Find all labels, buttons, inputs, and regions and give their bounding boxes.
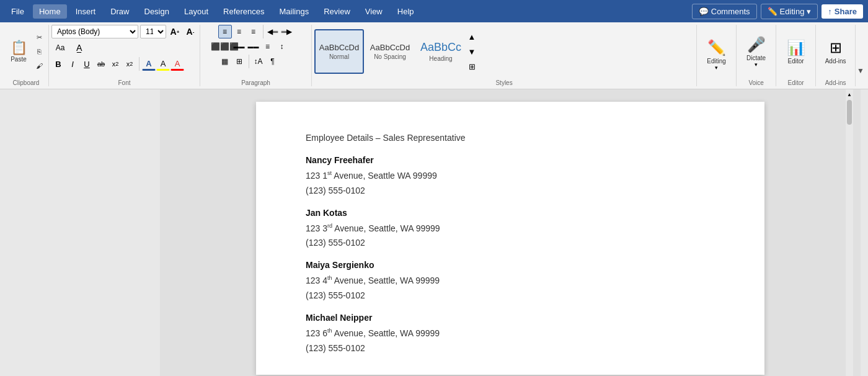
clear-formatting-button[interactable]: A̲ bbox=[71, 41, 88, 55]
scrollbar-thumb[interactable] bbox=[847, 100, 852, 125]
align-right-button[interactable]: ▬▬ bbox=[247, 40, 260, 53]
menu-home[interactable]: Home bbox=[33, 4, 67, 19]
bullets-button[interactable]: ≡ bbox=[218, 25, 232, 38]
addins-group-label: Add-ins bbox=[818, 78, 852, 86]
microphone-icon: 🎤 bbox=[747, 36, 766, 53]
copy-icon: ⎘ bbox=[37, 48, 42, 55]
menu-design[interactable]: Design bbox=[138, 4, 175, 19]
editing-button[interactable]: ✏️ Editing ▾ bbox=[761, 4, 818, 19]
menu-insert[interactable]: Insert bbox=[69, 4, 102, 19]
styles-list: AaBbCcDd Normal AaBbCcDd No Spacing AaBb… bbox=[314, 25, 466, 78]
strikethrough-button[interactable]: ab bbox=[94, 57, 108, 71]
addins-button[interactable]: ⊞ Add-ins bbox=[818, 37, 852, 67]
paste-icon: 📋 bbox=[11, 41, 27, 55]
ribbon: 📋 Paste ✂ ⎘ 🖌 Clipboard bbox=[0, 22, 868, 89]
document-page[interactable]: Employee Details – Sales Representative … bbox=[256, 102, 764, 375]
share-button[interactable]: ↑ Share bbox=[822, 4, 863, 19]
font-shrink-button[interactable]: A- bbox=[184, 25, 197, 38]
justify-button[interactable]: ≡ bbox=[261, 40, 275, 53]
ribbon-expand[interactable]: ▼ bbox=[856, 25, 864, 86]
editor-group: 📊 Editor Editor bbox=[776, 25, 816, 86]
paste-button[interactable]: 📋 Paste bbox=[6, 30, 31, 73]
chevron-down-icon: ▾ bbox=[715, 65, 718, 71]
styles-group: AaBbCcDd Normal AaBbCcDd No Spacing AaBb… bbox=[312, 25, 697, 86]
borders-button[interactable]: ⊞ bbox=[232, 55, 246, 68]
editing-tool-button[interactable]: ✏️ Editing ▾ bbox=[699, 37, 733, 73]
menu-references[interactable]: References bbox=[217, 4, 270, 19]
voice-label: Voice bbox=[739, 78, 773, 86]
editing-label bbox=[699, 85, 733, 86]
pilcrow-button[interactable]: ¶ bbox=[266, 55, 280, 68]
styles-scroll-down[interactable]: ▼ bbox=[467, 45, 477, 58]
superscript-button[interactable]: x2 bbox=[123, 57, 136, 71]
menu-file[interactable]: File bbox=[5, 4, 30, 19]
paragraph-content: ≡ ≡ ≡ ◀═ ═▶ ⬛⬛⬛ ▬▬ ▬▬ ≡ ↕ ▦ ⊞ bbox=[218, 25, 294, 78]
document-title: Employee Details – Sales Representative bbox=[306, 133, 715, 143]
editor-group-label: Editor bbox=[779, 78, 813, 86]
italic-button[interactable]: I bbox=[66, 57, 79, 71]
line-spacing-button[interactable]: ↕ bbox=[275, 40, 289, 53]
person-2-phone: (123) 555-0102 bbox=[306, 238, 715, 248]
menu-mailings[interactable]: Mailings bbox=[273, 4, 316, 19]
para-row2: ⬛⬛⬛ ▬▬ ▬▬ ≡ ↕ bbox=[218, 40, 289, 53]
person-4-name: Michael Neipper bbox=[306, 313, 715, 323]
style-normal[interactable]: AaBbCcDd Normal bbox=[314, 29, 364, 74]
scroll-up-button[interactable]: ▲ bbox=[847, 92, 852, 97]
increase-indent-button[interactable]: ═▶ bbox=[280, 25, 294, 38]
menu-help[interactable]: Help bbox=[391, 4, 420, 19]
addins-label: Add-ins bbox=[825, 58, 846, 65]
menu-draw[interactable]: Draw bbox=[104, 4, 135, 19]
clipboard-content: 📋 Paste ✂ ⎘ 🖌 bbox=[6, 25, 46, 78]
comments-button[interactable]: 💬 Comments bbox=[692, 4, 757, 19]
editor-label: Editor bbox=[788, 58, 804, 65]
align-left-button[interactable]: ⬛⬛⬛ bbox=[218, 40, 232, 53]
scrollbar-track[interactable]: ▲ bbox=[846, 89, 853, 376]
decrease-indent-button[interactable]: ◀═ bbox=[266, 25, 280, 38]
app-window: File Home Insert Draw Design Layout Refe… bbox=[0, 0, 868, 376]
menu-review[interactable]: Review bbox=[317, 4, 356, 19]
style-heading[interactable]: AaBbCc Heading bbox=[416, 29, 466, 74]
format-painter-button[interactable]: 🖌 bbox=[32, 59, 46, 73]
editor-icon: 📊 bbox=[787, 39, 805, 56]
shading-button[interactable]: ▦ bbox=[218, 55, 232, 68]
highlight-button[interactable]: A bbox=[156, 57, 170, 71]
comments-icon: 💬 bbox=[699, 7, 709, 16]
text-color-button[interactable]: A bbox=[170, 57, 184, 71]
font-color-button[interactable]: A bbox=[142, 57, 156, 71]
content-area: ▲ Employee Details – Sales Representativ… bbox=[0, 89, 868, 376]
para-row1: ≡ ≡ ≡ ◀═ ═▶ bbox=[218, 25, 294, 38]
expand-icon[interactable]: ▼ bbox=[857, 66, 864, 75]
menu-view[interactable]: View bbox=[359, 4, 389, 19]
multilevel-button[interactable]: ≡ bbox=[247, 25, 260, 38]
addins-content: ⊞ Add-ins bbox=[818, 25, 852, 78]
style-no-spacing[interactable]: AaBbCcDd No Spacing bbox=[365, 29, 415, 74]
styles-expand[interactable]: ⊞ bbox=[467, 60, 477, 73]
copy-button[interactable]: ⎘ bbox=[32, 45, 46, 58]
document-area[interactable]: ▲ Employee Details – Sales Representativ… bbox=[160, 89, 861, 376]
numbering-button[interactable]: ≡ bbox=[232, 25, 246, 38]
change-case-button[interactable]: Aa bbox=[51, 41, 69, 55]
menu-layout[interactable]: Layout bbox=[178, 4, 215, 19]
editing-tool-icon: ✏️ bbox=[707, 39, 726, 56]
styles-label: Styles bbox=[314, 78, 694, 86]
bold-button[interactable]: B bbox=[51, 57, 65, 71]
cut-button[interactable]: ✂ bbox=[32, 30, 46, 44]
clipboard-secondary: ✂ ⎘ 🖌 bbox=[32, 30, 46, 73]
underline-button[interactable]: U bbox=[80, 57, 94, 71]
font-name-select[interactable]: Aptos (Body) bbox=[51, 25, 138, 38]
subscript-button[interactable]: x2 bbox=[108, 57, 122, 71]
align-center-button[interactable]: ▬▬ bbox=[232, 40, 246, 53]
person-1-phone: (123) 555-0102 bbox=[306, 186, 715, 195]
editor-content: 📊 Editor bbox=[779, 25, 813, 78]
dictate-button[interactable]: 🎤 Dictate ▾ bbox=[739, 34, 773, 70]
font-grow-button[interactable]: A+ bbox=[168, 25, 182, 38]
font-content: Aptos (Body) 11 A+ A- Aa A̲ B I U ab bbox=[51, 25, 197, 78]
sort-button[interactable]: ↕A bbox=[252, 55, 265, 68]
paragraph-group: ≡ ≡ ≡ ◀═ ═▶ ⬛⬛⬛ ▬▬ ▬▬ ≡ ↕ ▦ ⊞ bbox=[200, 25, 312, 86]
styles-scroll-up[interactable]: ▲ bbox=[467, 30, 477, 43]
share-icon: ↑ bbox=[828, 7, 832, 16]
editor-button[interactable]: 📊 Editor bbox=[779, 37, 813, 67]
person-3-name: Maiya Sergienko bbox=[306, 260, 715, 270]
dictate-label: Dictate bbox=[746, 55, 766, 61]
font-size-select[interactable]: 11 bbox=[140, 25, 166, 38]
